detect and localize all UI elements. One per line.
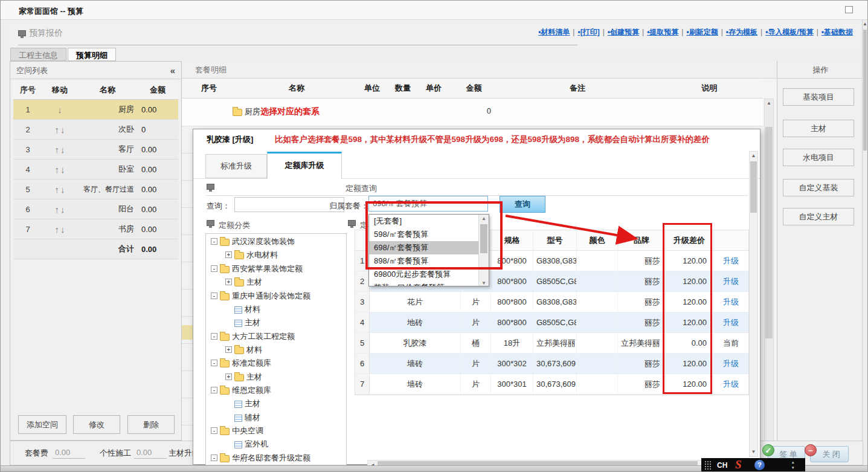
scrollbar-thumb[interactable]: [480, 224, 487, 253]
collapse-node-icon[interactable]: -: [211, 238, 217, 245]
scroll-down-icon[interactable]: ▼: [479, 280, 489, 286]
scrollbar-thumb[interactable]: [765, 127, 773, 338]
dropdown-scrollbar[interactable]: ▲ ▼: [478, 215, 489, 286]
scroll-up-icon[interactable]: ▲: [863, 20, 867, 28]
collapse-node-icon[interactable]: -: [211, 427, 217, 434]
sogou-ime-icon[interactable]: S: [735, 458, 742, 471]
space-row[interactable]: 7 ↑↓ 书房 0.00: [13, 219, 178, 239]
tree-node[interactable]: -西安紫苹果装饰定额: [211, 263, 303, 275]
restore-window-icon[interactable]: [845, 6, 853, 13]
link-create-budget[interactable]: •创建预算: [608, 28, 639, 36]
dropdown-option[interactable]: [无套餐]: [369, 215, 489, 228]
move-up-icon[interactable]: ↑: [55, 144, 60, 155]
query-button[interactable]: 查询: [500, 196, 545, 213]
link-print[interactable]: •[打印]: [577, 28, 599, 36]
collapse-node-icon[interactable]: -: [211, 454, 217, 461]
space-row[interactable]: 4 ↑↓ 卧室 0.00: [13, 160, 178, 179]
quota-row[interactable]: 4 地砖 片 800*800 G8505C,G8 丽莎 120.00 升级: [355, 312, 748, 333]
collapse-node-icon[interactable]: -: [211, 360, 217, 366]
collapse-node-icon[interactable]: -: [211, 265, 217, 272]
expand-node-icon[interactable]: +: [225, 346, 232, 353]
tree-node[interactable]: 主材: [225, 398, 260, 410]
move-up-icon[interactable]: ↑: [55, 184, 60, 195]
edit-space-button[interactable]: 修改: [73, 415, 120, 434]
tree-node[interactable]: 室外机: [225, 438, 268, 450]
tree-node[interactable]: +主材: [225, 276, 262, 288]
dropdown-option[interactable]: 898/㎡套餐预算: [369, 254, 489, 268]
scroll-down-icon[interactable]: ▼: [750, 448, 757, 456]
tree-node[interactable]: -中央空调: [211, 425, 263, 437]
vertical-scrollbar[interactable]: ▲ ▼: [764, 99, 774, 456]
move-down-icon[interactable]: ↓: [60, 124, 65, 135]
tree-node[interactable]: -维恩定额库: [211, 384, 271, 396]
collapse-node-icon[interactable]: -: [211, 387, 217, 393]
upgrade-link[interactable]: 升级: [713, 374, 748, 394]
quota-row[interactable]: 6 墙砖 片 300*302 30,673,609 丽莎 120.00 升级: [355, 354, 748, 374]
tab-project-info[interactable]: 工程主信息: [10, 48, 66, 61]
link-material-list[interactable]: •材料清单: [538, 28, 570, 36]
dropdown-option[interactable]: 69800元起步套餐预算: [369, 268, 489, 281]
move-up-icon[interactable]: ↑: [55, 224, 60, 234]
tree-node[interactable]: -华府名邸套餐升级定额: [211, 452, 310, 464]
tab-budget-detail[interactable]: 预算明细: [68, 48, 116, 61]
add-space-button[interactable]: 添加空间: [18, 415, 66, 434]
tab-standard-upgrade[interactable]: 标准升级: [205, 154, 267, 178]
tree-node[interactable]: 辅材: [225, 412, 260, 424]
space-row[interactable]: 3 ↑↓ 客厅 0.00: [13, 140, 178, 160]
link-base-data[interactable]: •基础数据: [821, 28, 853, 36]
scroll-up-icon[interactable]: ▲: [750, 152, 757, 160]
main-material-button[interactable]: 主材: [783, 120, 854, 137]
expand-node-icon[interactable]: +: [225, 251, 232, 258]
move-down-icon[interactable]: ↓: [60, 204, 65, 215]
link-import-template[interactable]: •导入模板/预算: [765, 28, 814, 36]
dialog-vertical-scrollbar[interactable]: ▲ ▼: [749, 151, 758, 457]
collapse-node-icon[interactable]: -: [211, 293, 217, 299]
move-down-icon[interactable]: ↓: [60, 184, 65, 195]
tree-node[interactable]: -标准定额库: [211, 357, 271, 369]
scroll-up-icon[interactable]: ▲: [479, 216, 489, 221]
custom-base-button[interactable]: 自定义基装: [783, 179, 854, 196]
move-down-icon[interactable]: ↓: [60, 164, 65, 175]
link-save-template[interactable]: •存为模板: [726, 28, 757, 36]
base-project-button[interactable]: 基装项目: [783, 88, 854, 106]
dropdown-option[interactable]: 整装一口价套餐预算: [369, 281, 489, 286]
quota-row[interactable]: 5 乳胶漆 桶 18升 立邦美得丽 立邦美得丽 0.00 当前: [355, 333, 748, 354]
quota-row[interactable]: 3 花片 片 800*800 G8308,G83 丽莎 120.00 升级: [355, 292, 748, 312]
quota-row[interactable]: 7 墙砖 片 300*301 30,673,609 丽莎 120.00 升级: [355, 374, 748, 395]
tree-node[interactable]: -重庆申通制冷装饰定额: [211, 290, 310, 302]
expand-node-icon[interactable]: +: [225, 279, 232, 285]
detail-row-kitchen[interactable]: 厨房 选择对应的套系 0: [182, 99, 763, 126]
move-down-icon[interactable]: ↓: [60, 144, 65, 155]
expand-node-icon[interactable]: +: [225, 373, 232, 380]
tree-node[interactable]: +主材: [225, 371, 262, 383]
tree-node[interactable]: +材料: [225, 344, 262, 356]
move-up-icon[interactable]: ↑: [55, 164, 60, 175]
scrollbar-thumb[interactable]: [750, 161, 757, 213]
custom-material-button[interactable]: 自定义主材: [783, 208, 854, 225]
space-row[interactable]: 2 ↑↓ 次卧 0: [13, 120, 178, 140]
collapse-panel-icon[interactable]: «: [170, 62, 175, 79]
package-combobox[interactable]: 698/㎡套餐预算: [368, 196, 488, 212]
plumbing-project-button[interactable]: 水电项目: [783, 149, 854, 166]
upgrade-link[interactable]: 升级: [713, 292, 748, 312]
move-down-icon[interactable]: ↓: [57, 105, 62, 115]
link-extract-budget[interactable]: •提取预算: [647, 28, 678, 36]
move-down-icon[interactable]: ↓: [60, 224, 65, 234]
upgrade-link[interactable]: 升级: [713, 312, 748, 332]
tree-node[interactable]: 材料: [225, 303, 260, 315]
delete-space-button[interactable]: 删除: [127, 415, 175, 434]
link-refresh-quota[interactable]: •刷新定额: [686, 28, 718, 36]
collapse-node-icon[interactable]: -: [211, 333, 217, 340]
space-row[interactable]: 6 ↑↓ 阳台 0.00: [13, 199, 178, 219]
move-up-icon[interactable]: ↑: [55, 204, 60, 215]
taskbar-expand-icons[interactable]: ▴▾: [792, 459, 794, 470]
upgrade-link[interactable]: 升级: [713, 271, 748, 291]
tree-node[interactable]: 主材: [225, 317, 260, 329]
scrollbar-thumb[interactable]: [863, 30, 867, 150]
move-up-icon[interactable]: ↑: [55, 124, 60, 135]
dropdown-option-selected[interactable]: 698/㎡套餐预算: [369, 241, 489, 254]
scroll-up-icon[interactable]: ▲: [765, 99, 773, 108]
input-language-indicator[interactable]: CH: [717, 461, 727, 470]
tab-quota-upgrade[interactable]: 定额库升级: [267, 152, 342, 179]
tree-node[interactable]: -武汉深度装饰装饰: [211, 236, 295, 248]
